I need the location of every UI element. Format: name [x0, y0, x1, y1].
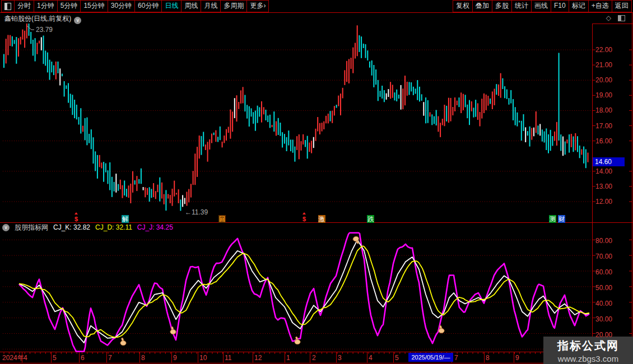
- buy-signal-hand-icon: [120, 338, 126, 346]
- indicator-dropdown-chevron-icon[interactable]: ∨: [2, 224, 10, 231]
- chart-plot-area[interactable]: 23.79←11.39: [0, 0, 633, 364]
- high-annotation-label: 23.79: [36, 26, 53, 34]
- price-axis-label: 16.00: [595, 137, 612, 145]
- toolbar-tool-6[interactable]: F10: [551, 0, 569, 12]
- timeline-month-label: 8: [141, 354, 145, 362]
- event-marker: 财: [558, 215, 565, 223]
- panel-toggle-icon[interactable]: [618, 15, 625, 21]
- toolbar-period-9[interactable]: 月线: [201, 0, 221, 12]
- timeline-month-label: 7: [454, 354, 458, 362]
- cj-j-line: [19, 233, 589, 352]
- split-square-icon: [4, 3, 11, 10]
- toolbar-tool-2[interactable]: 叠加: [472, 0, 492, 12]
- price-axis-label: 14.00: [595, 167, 612, 175]
- event-marker: $: [73, 215, 79, 223]
- toolbar-tool-7[interactable]: 标记: [569, 0, 589, 12]
- toolbar-tool-4[interactable]: 统计: [511, 0, 532, 12]
- indicator-axis-label: 20.00: [595, 331, 612, 339]
- cj-k-line: [19, 240, 589, 343]
- buy-signal-hand-icon: [295, 337, 300, 344]
- high-annotation-arrow: [27, 26, 34, 30]
- tools-toolbar-right: 复权叠加多股统计画线F10标记+自选返回: [453, 0, 632, 12]
- period-toolbar: 分时1分钟5分钟15分钟30分钟60分钟日线周线月线多周期更多› 复权叠加多股统…: [0, 0, 633, 12]
- indicator-axis-label: 70.00: [595, 253, 612, 260]
- current-price-badge: 14.60: [593, 157, 625, 166]
- indicator-source-label: 股朋指标网: [15, 223, 48, 232]
- event-marker: 回: [218, 215, 226, 223]
- event-marker: 测: [549, 215, 556, 223]
- price-axis-label: 13.00: [595, 183, 612, 190]
- event-marker: 解: [122, 215, 129, 223]
- timeline-month-label: 12: [254, 354, 262, 362]
- trading-app-window: 23.79←11.39 分时1分钟5分钟15分钟30分钟60分钟日线周线月线多周…: [0, 0, 633, 364]
- price-axis-label: 20.00: [595, 76, 612, 84]
- toolbar-period-5[interactable]: 30分钟: [108, 0, 135, 12]
- timeline-month-label: 4: [24, 354, 27, 362]
- toolbar-period-11[interactable]: 更多›: [246, 0, 269, 12]
- price-axis-label: 18.00: [595, 106, 612, 114]
- timeline-month-label: 2: [312, 354, 316, 362]
- period-toolbar-left: 分时1分钟5分钟15分钟30分钟60分钟日线周线月线多周期更多›: [1, 0, 269, 12]
- price-axis-label: 17.00: [595, 122, 612, 130]
- cj-d-line: [19, 246, 589, 337]
- toolbar-period-10[interactable]: 多周期: [220, 0, 247, 12]
- price-axis-label: 22.00: [595, 46, 612, 54]
- watermark: 指标公式网 www.zbgs3.com: [543, 337, 633, 364]
- timeline-month-label: 11: [225, 354, 231, 362]
- toolbar-period-8[interactable]: 周线: [181, 0, 201, 12]
- timeline-month-label: 6: [81, 354, 85, 362]
- timeline-month-label: 9: [173, 354, 177, 362]
- event-marker: $: [301, 215, 307, 223]
- indicator-header: ∨ 股朋指标网 CJ_K: 32.82 CJ_D: 32.11 CJ_J: 34…: [0, 223, 173, 231]
- sell-signal-hand-icon: [352, 236, 360, 245]
- timeline-month-label: 5: [395, 354, 399, 362]
- toolbar-period-6[interactable]: 60分钟: [134, 0, 162, 12]
- timeline-month-label: 9: [515, 354, 519, 362]
- price-axis-label: 21.00: [595, 61, 612, 69]
- toolbar-period-2[interactable]: 1分钟: [34, 0, 58, 12]
- toolbar-tool-5[interactable]: 画线: [531, 0, 551, 12]
- toolbar-tool-8[interactable]: +自选: [588, 0, 612, 12]
- timeline-month-label: 5: [53, 354, 57, 362]
- chart-title-row: 鑫铂股份(日线,前复权)∨ ◇: [0, 13, 633, 23]
- timeline-month-label: 1: [286, 354, 290, 362]
- timeline-month-label: 3: [338, 354, 342, 362]
- buy-signal-hand-icon: [439, 325, 444, 333]
- indicator-axis-label: 80.00: [595, 237, 612, 245]
- layout-split-icon[interactable]: [1, 0, 15, 12]
- indicator-axis-label: 30.00: [595, 315, 612, 323]
- indicator-axis-label: 60.00: [595, 268, 612, 276]
- watermark-title: 指标公式网: [543, 338, 633, 353]
- low-annotation-label: ←11.39: [185, 208, 208, 216]
- timeline-year-label: 2024年: [2, 354, 24, 362]
- indicator-value-j: CJ_J: 34.25: [137, 223, 173, 231]
- selected-date-badge: 2025/05/19/—: [408, 353, 453, 362]
- toolbar-tool-1[interactable]: 复权: [453, 0, 473, 12]
- timeline-month-label: 8: [486, 354, 490, 362]
- price-axis-label: 19.00: [595, 91, 612, 99]
- timeline-month-label: 10: [199, 354, 207, 362]
- toolbar-period-4[interactable]: 15分钟: [80, 0, 108, 12]
- indicator-axis-label: 40.00: [595, 300, 612, 307]
- diamond-icon[interactable]: ◇: [606, 15, 611, 21]
- stock-title: 鑫铂股份(日线,前复权): [4, 15, 71, 22]
- toolbar-period-7[interactable]: 日线: [161, 0, 181, 12]
- toolbar-tool-9[interactable]: 返回: [612, 0, 632, 12]
- price-axis-label: 12.00: [595, 198, 612, 206]
- event-marker: 激: [318, 215, 325, 223]
- timeline-month-label: 7: [108, 354, 112, 362]
- toolbar-tool-3[interactable]: 多股: [492, 0, 512, 12]
- indicator-value-d: CJ_D: 32.11: [95, 223, 132, 231]
- candlestick-series: [3, 24, 589, 211]
- indicator-axis-label: 50.00: [595, 284, 612, 292]
- indicator-value-k: CJ_K: 32.82: [53, 223, 90, 231]
- toolbar-period-3[interactable]: 5分钟: [57, 0, 81, 12]
- event-marker: 跌: [367, 215, 374, 223]
- timeline-month-label: 4: [369, 354, 373, 362]
- toolbar-period-1[interactable]: 分时: [14, 0, 34, 12]
- buy-signal-hand-icon: [170, 326, 176, 334]
- watermark-url: www.zbgs3.com: [543, 354, 633, 363]
